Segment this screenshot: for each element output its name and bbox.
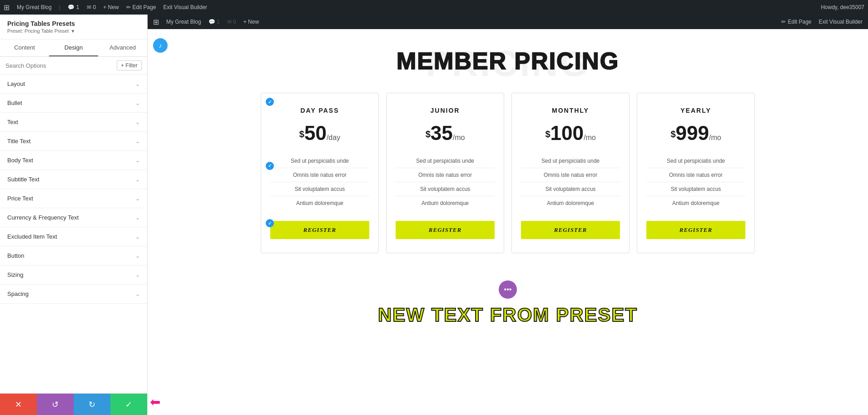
messages-link[interactable]: ✉ 0 [87, 4, 96, 10]
chevron-down-icon: ⌄ [135, 100, 140, 106]
currency-symbol: $ [670, 129, 675, 139]
features-list: Sed ut perspiciatis unde Omnis iste natu… [521, 154, 620, 210]
menu-item-price-text[interactable]: Price Text ⌄ [0, 189, 147, 208]
blog-name-link[interactable]: My Great Blog [17, 4, 52, 10]
menu-item-label: Price Text [7, 195, 33, 202]
search-bar: + Filter [0, 57, 147, 75]
blog-name-link[interactable]: My Great Blog [166, 19, 201, 25]
feature-item: Omnis iste natus error [270, 168, 369, 182]
content-area: ⊞ My Great Blog 💬 1 ✉ 0 + New ✏ Edit Pag… [148, 15, 868, 415]
main-wrapper: Pricing Tables Presets Preset: Pricing T… [0, 15, 868, 415]
menu-item-excluded-item[interactable]: Excluded Item Text ⌄ [0, 227, 147, 246]
new-section-preview: ••• NEW TEXT FROM PRESET [175, 280, 841, 326]
edit-page-link[interactable]: ✏ Edit Page [781, 19, 811, 25]
bottom-toolbar: ✕ ↺ ↻ ✓ [0, 393, 147, 415]
menu-item-bullet[interactable]: Bullet ⌄ [0, 94, 147, 113]
menu-item-label: Bullet [7, 100, 22, 106]
new-link[interactable]: + New [243, 19, 259, 25]
currency-symbol: $ [545, 129, 550, 139]
feature-item: Antium doloremque [646, 196, 745, 210]
price-amount: 50 [304, 122, 327, 144]
plan-name: YEARLY [646, 107, 745, 114]
sidebar-title: Pricing Tables Presets [7, 20, 140, 27]
menu-item-subtitle-text[interactable]: Subtitle Text ⌄ [0, 170, 147, 189]
comment-icon: 💬 [68, 4, 74, 10]
undo-button[interactable]: ↺ [37, 394, 74, 415]
filter-button[interactable]: + Filter [117, 60, 142, 70]
comments-link[interactable]: 💬 1 [68, 4, 79, 10]
chevron-down-icon: ⌄ [135, 234, 140, 240]
exit-builder-link[interactable]: Exit Visual Builder [164, 4, 208, 10]
divi-module-handle[interactable]: ♪ [153, 38, 168, 53]
menu-item-spacing[interactable]: Spacing ⌄ [0, 285, 147, 304]
price-container: $50/day [270, 123, 369, 143]
feature-item: Omnis iste natus error [396, 168, 495, 182]
purple-bubble[interactable]: ••• [499, 280, 517, 299]
plan-name: MONTHLY [521, 107, 620, 114]
menu-item-button[interactable]: Button ⌄ [0, 246, 147, 265]
blue-check-dot-mid [266, 162, 274, 170]
menu-item-text[interactable]: Text ⌄ [0, 113, 147, 132]
menu-item-label: Subtitle Text [7, 176, 40, 183]
features-list: Sed ut perspiciatis unde Omnis iste natu… [396, 154, 495, 210]
tab-design[interactable]: Design [49, 40, 98, 56]
separator: | [59, 4, 60, 10]
currency-symbol: $ [299, 129, 304, 139]
register-button[interactable]: Register [396, 221, 495, 239]
plan-name: JUNIOR [396, 107, 495, 114]
menu-item-label: Layout [7, 80, 25, 87]
save-button[interactable]: ✓ [110, 394, 147, 415]
menu-item-currency-frequency[interactable]: Currency & Frequency Text ⌄ [0, 208, 147, 227]
wp-icon: ⊞ [153, 18, 159, 26]
sidebar-header: Pricing Tables Presets Preset: Pricing T… [0, 15, 147, 40]
menu-item-sizing[interactable]: Sizing ⌄ [0, 265, 147, 285]
menu-item-title-text[interactable]: Title Text ⌄ [0, 132, 147, 151]
sidebar-menu: Layout ⌄ Bullet ⌄ Text ⌄ Title Text ⌄ Bo… [0, 75, 147, 393]
price-amount: 999 [676, 122, 709, 144]
chevron-down-icon: ⌄ [135, 272, 140, 278]
register-button[interactable]: Register [521, 221, 620, 239]
feature-item: Sit voluptatem accus [521, 182, 620, 196]
new-section-title: NEW TEXT FROM PRESET [175, 304, 841, 326]
edit-page-link[interactable]: ✏ Edit Page [126, 4, 156, 10]
exit-builder-link[interactable]: Exit Visual Builder [819, 19, 863, 25]
menu-item-label: Title Text [7, 138, 30, 145]
redo-button[interactable]: ↻ [74, 394, 110, 415]
sidebar-subtitle[interactable]: Preset: Pricing Table Preset ▼ [7, 28, 140, 34]
chevron-down-icon: ⌄ [135, 157, 140, 164]
feature-item: Sed ut perspiciatis unde [396, 154, 495, 168]
register-button[interactable]: Register [646, 221, 745, 239]
music-icon: ♪ [159, 42, 162, 49]
chevron-down-icon: ⌄ [135, 138, 140, 145]
frequency-text: /mo [584, 134, 596, 141]
wp-logo-icon[interactable]: ⊞ [4, 3, 10, 12]
admin-bar: ⊞ My Great Blog | 💬 1 ✉ 0 + New ✏ Edit P… [0, 0, 868, 15]
menu-item-body-text[interactable]: Body Text ⌄ [0, 151, 147, 170]
price-container: $35/mo [396, 123, 495, 143]
page-main-title: MEMBER PRICING [175, 47, 841, 75]
content-wp-bar: ⊞ My Great Blog 💬 1 ✉ 0 + New ✏ Edit Pag… [148, 15, 868, 29]
tab-content[interactable]: Content [0, 40, 49, 56]
register-button[interactable]: Register [270, 221, 369, 239]
chevron-down-icon: ⌄ [135, 119, 140, 125]
frequency-text: /day [327, 134, 340, 141]
currency-symbol: $ [426, 129, 431, 139]
pricing-card-junior: JUNIOR $35/mo Sed ut perspiciatis unde O… [386, 93, 504, 253]
tab-advanced[interactable]: Advanced [98, 40, 147, 56]
new-content-link[interactable]: + New [103, 4, 119, 10]
price-container: $100/mo [521, 123, 620, 143]
frequency-text: /mo [453, 134, 465, 141]
feature-item: Sed ut perspiciatis unde [270, 154, 369, 168]
search-input[interactable] [5, 62, 113, 69]
plan-name: DAY PASS [270, 107, 369, 114]
howdy-text: Howdy, dee35007 [821, 4, 864, 10]
page-content: PRICING MEMBER PRICING DAY PASS $50/day … [148, 29, 868, 344]
menu-item-layout[interactable]: Layout ⌄ [0, 75, 147, 94]
cancel-button[interactable]: ✕ [0, 394, 37, 415]
message-icon: ✉ [87, 4, 91, 10]
feature-item: Sit voluptatem accus [646, 182, 745, 196]
feature-item: Sed ut perspiciatis unde [646, 154, 745, 168]
feature-item: Sit voluptatem accus [396, 182, 495, 196]
edit-buttons: ✏ Edit Page Exit Visual Builder [781, 19, 863, 25]
feature-item: Antium doloremque [396, 196, 495, 210]
